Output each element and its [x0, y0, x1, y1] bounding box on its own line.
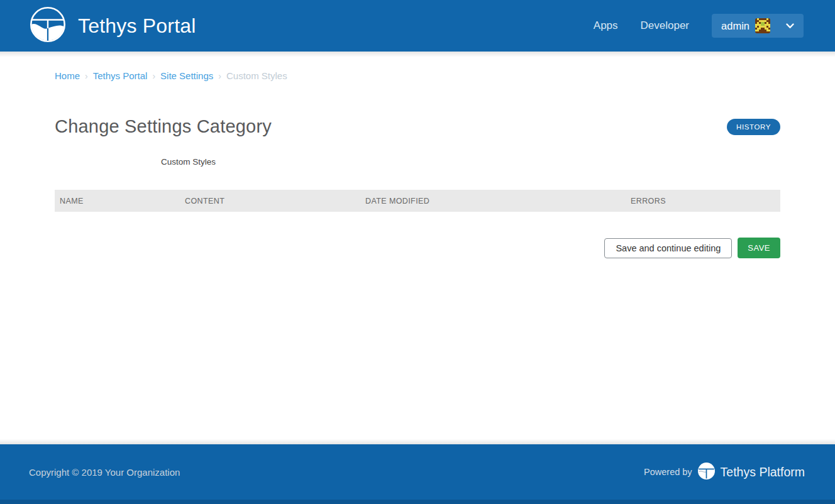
history-button[interactable]: HISTORY: [727, 119, 780, 135]
form-actions: Save and continue editing SAVE: [55, 238, 780, 258]
chevron-down-icon: [786, 23, 794, 29]
breadcrumb-site-settings[interactable]: Site Settings: [160, 70, 213, 81]
user-avatar: [755, 18, 770, 33]
username: admin: [721, 20, 749, 32]
header: Tethys Portal Apps Developer admin: [0, 0, 835, 52]
breadcrumb-home[interactable]: Home: [55, 70, 80, 81]
settings-table-header: NAME CONTENT DATE MODIFIED ERRORS: [55, 190, 780, 212]
powered-by-block: Powered by Tethys Platform: [644, 463, 805, 482]
nav-apps[interactable]: Apps: [594, 19, 618, 32]
nav-developer[interactable]: Developer: [641, 19, 690, 32]
breadcrumb-tethys-portal[interactable]: Tethys Portal: [93, 70, 148, 81]
breadcrumb-separator: ›: [85, 71, 88, 81]
breadcrumb-separator: ›: [218, 71, 221, 81]
page-title: Change Settings Category: [55, 116, 272, 137]
column-errors: ERRORS: [626, 197, 780, 205]
breadcrumb-current: Custom Styles: [226, 70, 287, 81]
column-content: CONTENT: [180, 197, 360, 205]
breadcrumb: Home›Tethys Portal›Site Settings›Custom …: [55, 52, 780, 81]
tethys-logo-icon: [29, 6, 67, 46]
main-content: Home›Tethys Portal›Site Settings›Custom …: [0, 52, 835, 444]
save-and-continue-button[interactable]: Save and continue editing: [604, 238, 732, 258]
footer: Copyright © 2019 Your Organization Power…: [0, 444, 835, 504]
column-date-modified: DATE MODIFIED: [360, 197, 626, 205]
powered-by-label: Powered by: [644, 467, 692, 477]
top-nav: Apps Developer admin: [594, 14, 804, 38]
tethys-platform-link[interactable]: Tethys Platform: [721, 465, 805, 479]
user-dropdown[interactable]: admin: [712, 14, 804, 38]
title-row: Change Settings Category HISTORY: [55, 116, 780, 137]
brand[interactable]: Tethys Portal: [29, 6, 196, 46]
tethys-platform-logo-icon: [698, 463, 715, 482]
copyright-text: Copyright © 2019 Your Organization: [29, 467, 180, 478]
brand-title: Tethys Portal: [78, 14, 196, 38]
column-name: NAME: [55, 197, 180, 205]
category-name-field: Custom Styles: [55, 157, 780, 167]
breadcrumb-separator: ›: [152, 71, 155, 81]
category-name-value: Custom Styles: [161, 157, 216, 167]
save-button[interactable]: SAVE: [738, 238, 780, 258]
